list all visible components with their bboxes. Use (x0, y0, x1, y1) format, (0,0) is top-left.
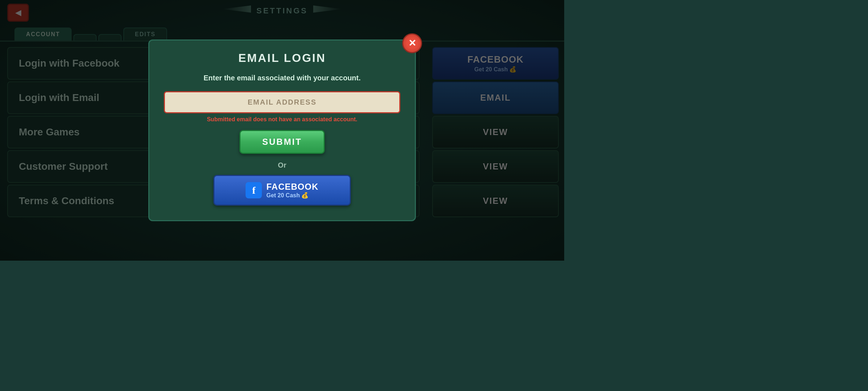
submit-button[interactable]: SUBMIT (239, 130, 325, 154)
or-divider: Or (164, 161, 400, 169)
email-login-modal: ✕ EMAIL LOGIN Enter the email associated… (148, 39, 416, 221)
modal-title: EMAIL LOGIN (164, 51, 400, 65)
email-input[interactable] (164, 91, 400, 113)
facebook-modal-btn-title: FACEBOOK (266, 182, 318, 192)
email-input-container (164, 91, 400, 113)
error-message: Submitted email does not have an associa… (164, 116, 400, 123)
facebook-icon: f (246, 182, 262, 198)
modal-close-button[interactable]: ✕ (402, 33, 422, 53)
facebook-btn-text: FACEBOOK Get 20 Cash 💰 (266, 182, 318, 199)
facebook-login-button[interactable]: f FACEBOOK Get 20 Cash 💰 (213, 175, 351, 206)
modal-subtitle: Enter the email associated with your acc… (164, 74, 400, 82)
facebook-modal-btn-sub: Get 20 Cash 💰 (266, 192, 309, 199)
